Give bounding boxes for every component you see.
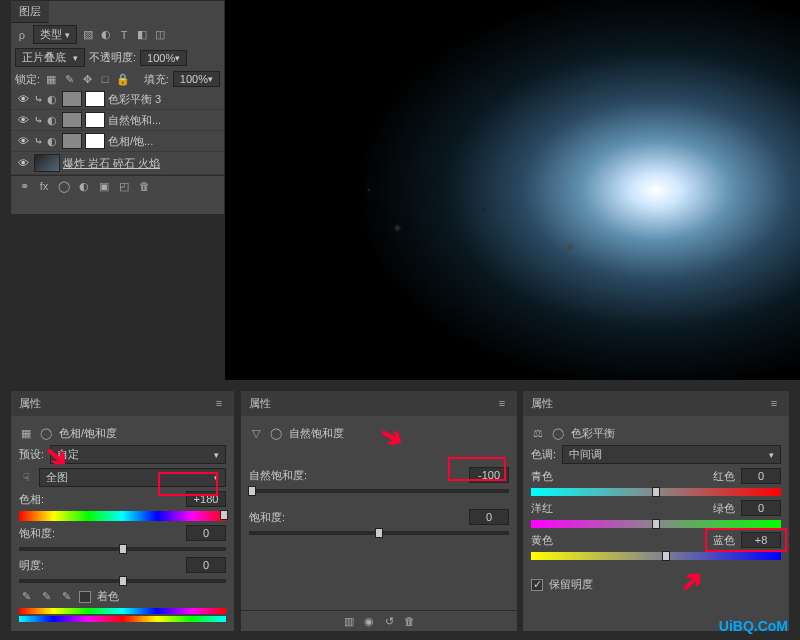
adjustment-name: 色彩平衡: [571, 426, 615, 441]
magenta-label: 洋红: [531, 501, 553, 516]
opacity-input[interactable]: 100%▾: [140, 50, 187, 66]
vibrance-slider[interactable]: [249, 489, 509, 493]
colorize-label: 着色: [97, 589, 119, 604]
mask-thumb[interactable]: [85, 112, 105, 128]
tone-label: 色调:: [531, 447, 556, 462]
gradient-strip-top: [19, 608, 226, 614]
lightness-slider[interactable]: [19, 579, 226, 583]
visibility-icon[interactable]: 👁: [15, 114, 31, 126]
lock-pixels-icon[interactable]: ▦: [44, 72, 58, 86]
layers-panel: 图层 ρ 类型▾ ▧ ◐ T ◧ ◫ 正片叠底▾ 不透明度: 100%▾ 锁定:…: [10, 0, 225, 215]
filter-icon: ρ: [15, 28, 29, 42]
layer-row[interactable]: 👁 ⤷ ◐ 自然饱和...: [11, 110, 224, 131]
lock-artboard-icon[interactable]: □: [98, 72, 112, 86]
group-icon[interactable]: ▣: [97, 179, 111, 193]
cr-input[interactable]: 0: [741, 468, 781, 484]
layer-name[interactable]: 色彩平衡 3: [108, 92, 161, 107]
layer-name[interactable]: 色相/饱...: [108, 134, 153, 149]
panel-menu-icon[interactable]: ≡: [767, 396, 781, 410]
watermark: UiBQ.CoM: [719, 618, 788, 634]
vibrance-label: 自然饱和度:: [249, 468, 307, 483]
image-filter-icon[interactable]: ▧: [81, 28, 95, 42]
new-adjust-icon[interactable]: ◐: [77, 179, 91, 193]
filter-type-dropdown[interactable]: 类型▾: [33, 25, 77, 44]
gradient-strip-bottom: [19, 616, 226, 622]
clip-toggle-icon[interactable]: ▥: [342, 614, 356, 628]
visibility-icon[interactable]: 👁: [15, 93, 31, 105]
magenta-green-slider[interactable]: [531, 520, 781, 528]
eyedropper-plus-icon[interactable]: ✎: [39, 590, 53, 604]
clip-icon: ⤷: [34, 93, 42, 106]
sat-input[interactable]: 0: [186, 525, 226, 541]
red-label: 红色: [713, 469, 735, 484]
visibility-icon[interactable]: 👁: [15, 157, 31, 169]
tone-dropdown[interactable]: 中间调▾: [562, 445, 781, 464]
mg-input[interactable]: 0: [741, 500, 781, 516]
highlight-box: [705, 528, 787, 552]
layer-row[interactable]: 👁 ⤷ ◐ 色相/饱...: [11, 131, 224, 152]
finger-icon[interactable]: ☟: [19, 471, 33, 485]
panel-title: 属性: [249, 396, 271, 411]
sat-slider[interactable]: [249, 531, 509, 535]
preset-dropdown[interactable]: 自定▾: [50, 445, 226, 464]
cyan-label: 青色: [531, 469, 553, 484]
mask-thumb[interactable]: [85, 133, 105, 149]
blend-mode-dropdown[interactable]: 正片叠底▾: [15, 48, 85, 67]
hue-sat-panel: 属性≡ ▦◯色相/饱和度 预设:自定▾ ☟全图▾ 色相:+180 饱和度:0 明…: [10, 390, 235, 632]
lightness-input[interactable]: 0: [186, 557, 226, 573]
trash-icon[interactable]: 🗑: [137, 179, 151, 193]
preserve-checkbox[interactable]: ✓: [531, 579, 543, 591]
visibility-icon[interactable]: 👁: [15, 135, 31, 147]
fx-icon[interactable]: fx: [37, 179, 51, 193]
vibrance-panel: 属性≡ ▽◯自然饱和度 自然饱和度:-100 饱和度:0 ▥ ◉ ↺ 🗑: [240, 390, 518, 632]
opacity-label: 不透明度:: [89, 50, 136, 65]
layer-name[interactable]: 自然饱和...: [108, 113, 161, 128]
sat-input[interactable]: 0: [469, 509, 509, 525]
canvas-artwork: [225, 0, 800, 380]
preset-label: 预设:: [19, 447, 44, 462]
panel-menu-icon[interactable]: ≡: [212, 396, 226, 410]
canvas-viewport[interactable]: [225, 0, 800, 380]
yellow-blue-slider[interactable]: [531, 552, 781, 560]
mask-indicator-icon: ◯: [39, 427, 53, 441]
clip-icon: ⤷: [34, 135, 42, 148]
adj-thumb: [62, 133, 82, 149]
smart-filter-icon[interactable]: ◫: [153, 28, 167, 42]
highlight-box: [158, 472, 218, 496]
type-filter-icon[interactable]: T: [117, 28, 131, 42]
new-layer-icon[interactable]: ◰: [117, 179, 131, 193]
lightness-label: 明度:: [19, 558, 44, 573]
preserve-label: 保留明度: [549, 577, 593, 592]
cyan-red-slider[interactable]: [531, 488, 781, 496]
panel-title: 属性: [19, 396, 41, 411]
mask-icon[interactable]: ◯: [57, 179, 71, 193]
shape-filter-icon[interactable]: ◧: [135, 28, 149, 42]
panel-menu-icon[interactable]: ≡: [495, 396, 509, 410]
lock-position-icon[interactable]: ✥: [80, 72, 94, 86]
layers-tab[interactable]: 图层: [11, 1, 49, 23]
layer-row[interactable]: 👁 ⤷ ◐ 色彩平衡 3: [11, 89, 224, 110]
mask-thumb[interactable]: [85, 91, 105, 107]
view-previous-icon[interactable]: ◉: [362, 614, 376, 628]
hue-label: 色相:: [19, 492, 44, 507]
sat-label: 饱和度:: [249, 510, 285, 525]
mask-indicator-icon: ◯: [551, 427, 565, 441]
eyedropper-icon[interactable]: ✎: [19, 590, 33, 604]
adjustment-filter-icon[interactable]: ◐: [99, 28, 113, 42]
trash-icon[interactable]: 🗑: [402, 614, 416, 628]
layer-row[interactable]: 👁 爆炸 岩石 碎石 火焰: [11, 152, 224, 175]
reset-icon[interactable]: ↺: [382, 614, 396, 628]
sat-label: 饱和度:: [19, 526, 55, 541]
colorize-checkbox[interactable]: [79, 591, 91, 603]
adj-thumb: [62, 112, 82, 128]
hue-slider[interactable]: [19, 511, 226, 521]
fill-input[interactable]: 100%▾: [173, 71, 220, 87]
layer-name[interactable]: 爆炸 岩石 碎石 火焰: [63, 156, 160, 171]
adjustment-icon: ◐: [45, 134, 59, 148]
lock-brush-icon[interactable]: ✎: [62, 72, 76, 86]
eyedropper-minus-icon[interactable]: ✎: [59, 590, 73, 604]
lock-all-icon[interactable]: 🔒: [116, 72, 130, 86]
sat-slider[interactable]: [19, 547, 226, 551]
fill-label: 填充:: [144, 72, 169, 87]
link-icon[interactable]: ⚭: [17, 179, 31, 193]
